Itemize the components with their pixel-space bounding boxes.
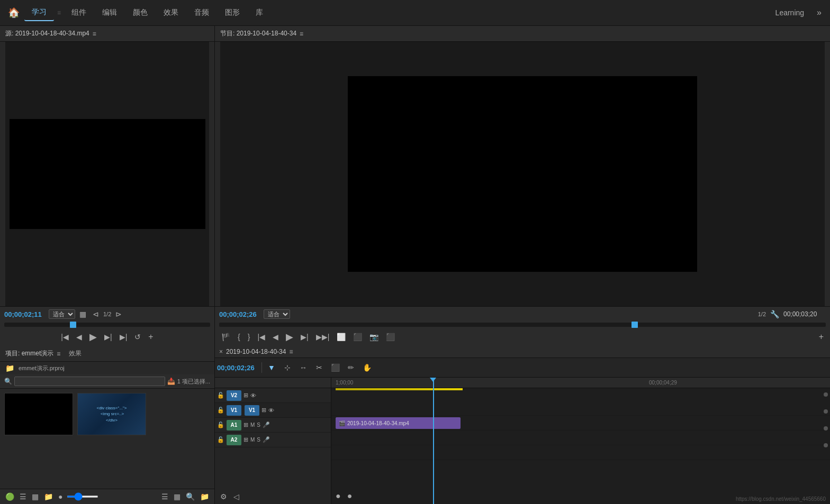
effects-tab[interactable]: 效果	[69, 349, 82, 358]
select-tool[interactable]: ▼	[264, 360, 279, 375]
source-screenshot-btn[interactable]: ▦	[77, 309, 88, 319]
proj-sort-btn[interactable]: ☰	[160, 491, 169, 502]
source-go-end-btn[interactable]: ▶|	[118, 332, 130, 342]
program-scrubber[interactable]	[219, 323, 826, 327]
tl-scroll-left-btn[interactable]: ◁	[232, 491, 240, 502]
program-go-end-btn[interactable]: ▶▶|	[314, 332, 332, 342]
program-out-btn[interactable]: }	[246, 332, 252, 342]
source-step-fwd-btn[interactable]: ▶|	[102, 332, 114, 342]
nav-edit[interactable]: 编辑	[95, 5, 124, 21]
proj-search-btn[interactable]: 🔍	[185, 491, 196, 502]
program-fit-select[interactable]: 适合	[264, 309, 290, 319]
project-menu-icon[interactable]: ≡	[57, 350, 60, 358]
hand-tool[interactable]: ✋	[359, 360, 374, 375]
program-add-btn[interactable]: +	[817, 331, 826, 343]
source-add-btn[interactable]: +	[146, 331, 155, 343]
source-go-start-btn[interactable]: |◀	[59, 332, 71, 342]
search-icon: 🔍	[4, 378, 12, 385]
program-timecode[interactable]: 00;00;02;26	[219, 310, 261, 318]
program-camera-btn[interactable]: 📷	[367, 332, 381, 342]
program-step-back-btn[interactable]: ◀	[270, 332, 281, 342]
v2-eye-icon[interactable]: 👁	[250, 392, 256, 399]
program-extract-btn[interactable]: ⬛	[351, 332, 364, 342]
tl-bottom-dot-1[interactable]: ●	[333, 490, 343, 502]
program-wrench-icon[interactable]: 🔧	[768, 309, 781, 319]
proj-list-btn[interactable]: ☰	[19, 491, 28, 502]
program-in-btn[interactable]: {	[236, 332, 242, 342]
v1-lock-icon[interactable]: 🔓	[217, 407, 224, 414]
timeline-tracks-right: 1;00;00 00;00;04;29 🎬 2	[331, 378, 830, 504]
v1-eye-icon[interactable]: 👁	[268, 407, 274, 414]
v1-sync-icon[interactable]: ⊞	[261, 407, 266, 414]
ripple-tool[interactable]: ↔	[296, 360, 311, 375]
home-button[interactable]: 🏠	[4, 3, 23, 22]
nav-graphics[interactable]: 图形	[218, 5, 247, 21]
razor-tool[interactable]: ✂	[312, 360, 327, 375]
playhead[interactable]	[433, 378, 434, 504]
a1-sync-icon[interactable]: ⊞	[243, 421, 248, 428]
timeline-timecode[interactable]: 00;00;02;26	[217, 364, 259, 372]
nav-more[interactable]: »	[813, 8, 826, 17]
a1-lock-icon[interactable]: 🔓	[217, 421, 224, 428]
nav-audio[interactable]: 音频	[187, 5, 216, 21]
proj-new-btn[interactable]: 🟢	[4, 491, 15, 502]
source-menu-icon[interactable]: ≡	[93, 30, 96, 38]
v2-lock-icon[interactable]: 🔓	[217, 392, 224, 399]
slip-tool[interactable]: ⬛	[328, 360, 342, 375]
source-scrubber[interactable]	[4, 323, 210, 327]
nav-effects[interactable]: 效果	[156, 5, 186, 21]
a1-mute-btn[interactable]: M	[250, 422, 255, 428]
a2-mute-btn[interactable]: M	[250, 437, 255, 443]
import-icon[interactable]: 📥	[167, 378, 175, 385]
v1-inner-label[interactable]: V1	[245, 405, 259, 416]
source-loop-btn[interactable]: ↺	[132, 332, 143, 342]
tl-settings-btn[interactable]: ⚙	[219, 491, 228, 502]
timeline-close-btn[interactable]: ×	[219, 348, 223, 355]
project-title: 项目: emmet演示	[5, 349, 53, 358]
project-search-input[interactable]	[14, 377, 165, 386]
nav-components[interactable]: 组件	[64, 5, 94, 21]
proj-folder-btn[interactable]: 📁	[43, 491, 54, 502]
nav-color[interactable]: 颜色	[125, 5, 155, 21]
source-timecode[interactable]: 00;00;02;11	[4, 310, 47, 318]
project-thumb-2[interactable]: <div class="..."> <img src=..> </div>	[77, 393, 146, 435]
project-bottom-bar: 🟢 ☰ ▦ 📁 ● ☰ ▦ 🔍 📁	[0, 489, 214, 504]
proj-size-slider[interactable]	[67, 496, 98, 498]
nav-learning[interactable]: Learning	[768, 5, 812, 20]
source-step-back-btn[interactable]: ◀	[74, 332, 84, 342]
tl-bottom-dot-2[interactable]: ●	[345, 490, 355, 502]
pen-tool[interactable]: ✏	[344, 360, 358, 375]
a2-label[interactable]: A2	[227, 435, 241, 445]
program-go-start-btn[interactable]: |◀	[255, 332, 267, 342]
a2-lock-icon[interactable]: 🔓	[217, 436, 224, 443]
project-thumb-1[interactable]	[4, 393, 73, 435]
program-marker-btn[interactable]: 🏴	[219, 332, 232, 342]
v2-label[interactable]: V2	[227, 390, 241, 401]
proj-trash-btn[interactable]: 📁	[199, 491, 210, 502]
v1-outer-label[interactable]: V1	[227, 405, 241, 416]
program-step-fwd-btn[interactable]: ▶|	[299, 332, 311, 342]
video-clip[interactable]: 🎬 2019-10-04-18-40-34.mp4	[336, 417, 461, 429]
proj-grid-btn[interactable]: ▦	[31, 491, 40, 502]
program-title: 节目: 2019-10-04-18-40-34	[220, 29, 296, 38]
v2-sync-icon[interactable]: ⊞	[243, 392, 248, 399]
proj-circle-btn[interactable]: ●	[57, 491, 64, 502]
track-select-tool[interactable]: ⊹	[280, 360, 295, 375]
timeline-menu-icon[interactable]: ≡	[289, 348, 293, 355]
a1-solo-btn[interactable]: S	[257, 422, 260, 428]
nav-library[interactable]: 库	[248, 5, 270, 21]
proj-grid2-btn[interactable]: ▦	[173, 491, 182, 502]
source-prev-btn[interactable]: ⊲	[91, 309, 101, 319]
program-menu-icon[interactable]: ≡	[300, 30, 303, 38]
program-lift-btn[interactable]: ⬜	[335, 332, 348, 342]
program-play-btn[interactable]: ▶	[284, 330, 295, 344]
program-fullscreen-btn[interactable]: ⬛	[384, 332, 397, 342]
source-fit-select[interactable]: 适合	[49, 309, 75, 319]
source-next-btn[interactable]: ⊳	[113, 309, 124, 319]
a2-sync-icon[interactable]: ⊞	[243, 436, 248, 443]
a2-solo-btn[interactable]: S	[257, 437, 260, 443]
a1-label[interactable]: A1	[227, 420, 241, 430]
right-dot-2	[824, 409, 828, 414]
source-play-btn[interactable]: ▶	[87, 330, 99, 344]
nav-learn[interactable]: 学习	[24, 4, 54, 21]
